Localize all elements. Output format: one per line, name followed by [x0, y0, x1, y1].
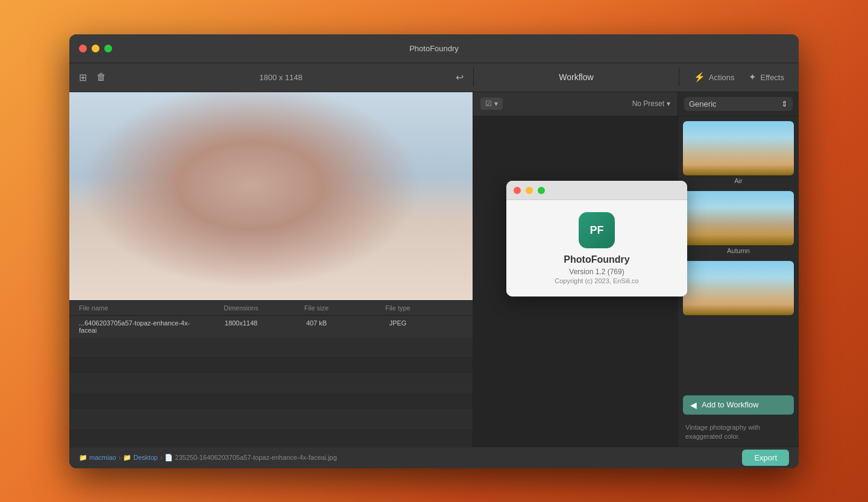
effect-thumbnail-air: [683, 121, 794, 175]
file-table: File name Dimensions File size File type…: [69, 300, 473, 447]
about-fullscreen-button[interactable]: [538, 187, 545, 194]
main-toolbar: ⊞ 🗑 1800 x 1148 ↩ Workflow ⚡ Actions ✦ E…: [69, 63, 799, 92]
fullscreen-button[interactable]: [104, 45, 112, 52]
toolbar-left: ⊞ 🗑 1800 x 1148 ↩: [69, 72, 473, 83]
add-workflow-label: Add to Workflow: [702, 400, 758, 409]
empty-row: [69, 338, 473, 356]
about-close-button[interactable]: [514, 187, 521, 194]
effects-category-dropdown[interactable]: Generic ⇕: [678, 92, 799, 116]
empty-row: [69, 392, 473, 410]
col-header-dimensions: Dimensions: [202, 304, 280, 312]
empty-rows: [69, 338, 473, 447]
effects-category-label: Generic: [689, 99, 717, 108]
dropdown-chevron-icon: ⇕: [781, 99, 788, 108]
close-button[interactable]: [79, 45, 87, 52]
preset-selector[interactable]: No Preset ▾: [632, 99, 670, 108]
about-icon-initials: PF: [590, 224, 603, 237]
about-minimize-button[interactable]: [526, 187, 533, 194]
sparkle-icon: ✦: [749, 72, 756, 83]
about-app-icon: PF: [579, 212, 615, 248]
back-icon[interactable]: ↩: [456, 72, 464, 83]
actions-tab[interactable]: ⚡ Actions: [694, 72, 735, 83]
table-row[interactable]: ...6406203705a57-topaz-enhance-4x-faceai…: [69, 316, 473, 338]
chevron-down-icon: ▾: [494, 99, 498, 108]
app-window: PhotoFoundry ⊞ 🗑 1800 x 1148 ↩ Workflow …: [69, 34, 799, 468]
effect-thumbnail-autumn: [683, 191, 794, 245]
file-name: ...6406203705a57-topaz-enhance-4x-faceai: [69, 319, 202, 334]
title-bar: PhotoFoundry: [69, 34, 799, 63]
toolbar-actions: ⚡ Actions ✦ Effects: [679, 72, 799, 83]
export-button[interactable]: Export: [742, 450, 789, 466]
delete-icon[interactable]: 🗑: [96, 72, 106, 83]
col-header-type: File type: [353, 304, 443, 312]
copy-icon[interactable]: ⊞: [79, 72, 87, 83]
window-title: PhotoFoundry: [409, 44, 459, 53]
breadcrumb-folder1: 📁 macmiao: [79, 454, 116, 462]
effects-label: Effects: [760, 73, 784, 82]
col-header-size: File size: [280, 304, 353, 312]
image-dimensions: 1800 x 1148: [116, 73, 446, 82]
file-size: 407 kB: [280, 319, 353, 334]
preset-label: No Preset: [632, 99, 664, 108]
folder-icon: 📁: [79, 454, 87, 462]
effects-tab[interactable]: ✦ Effects: [749, 72, 784, 83]
about-popup: PF PhotoFoundry Version 1.2 (769) Copyri…: [506, 181, 687, 296]
main-content: File name Dimensions File size File type…: [69, 92, 799, 447]
effects-dropdown-inner[interactable]: Generic ⇕: [684, 97, 793, 111]
lightning-icon: ⚡: [694, 72, 705, 83]
effect-label-third: [683, 315, 794, 319]
breadcrumb-sep-1: ›: [119, 454, 121, 461]
file-type: JPEG: [353, 319, 443, 334]
breadcrumb-sep-2: ›: [160, 454, 163, 461]
effect-item-air[interactable]: Air: [683, 121, 794, 186]
add-to-workflow-button[interactable]: ◀ Add to Workflow: [683, 395, 794, 415]
effects-list: Air Autumn: [678, 116, 799, 391]
add-arrow-icon: ◀: [690, 400, 697, 410]
traffic-lights: [69, 45, 112, 52]
col-header-name: File name: [69, 304, 202, 312]
actions-label: Actions: [709, 73, 735, 82]
right-panel: Generic ⇕ Air Autumn ◀: [678, 92, 799, 447]
effect-item-third[interactable]: [683, 261, 794, 319]
empty-row: [69, 374, 473, 392]
workflow-section: Workflow: [474, 72, 679, 82]
about-app-name: PhotoFoundry: [564, 254, 629, 265]
left-panel: File name Dimensions File size File type…: [69, 92, 473, 447]
photo-subject: [69, 92, 473, 300]
breadcrumb-file-label: 235250-16406203705a57-topaz-enhance-4x-f…: [175, 454, 337, 461]
about-copyright: Copyright (c) 2023, EnSili.co: [555, 277, 638, 284]
preset-chevron-icon: ▾: [667, 99, 670, 108]
file-dimensions: 1800x1148: [202, 319, 280, 334]
workflow-label: Workflow: [559, 72, 593, 82]
file-table-header: File name Dimensions File size File type: [69, 301, 473, 316]
breadcrumb: 📁 macmiao › 📁 Desktop › 📄 235250-1640620…: [79, 454, 337, 462]
breadcrumb-folder1-label: macmiao: [89, 454, 116, 461]
breadcrumb-folder2: 📁 Desktop: [123, 454, 157, 462]
empty-row: [69, 410, 473, 428]
file-icon: 📄: [165, 454, 173, 462]
minimize-button[interactable]: [92, 45, 99, 52]
breadcrumb-folder2-label: Desktop: [133, 454, 157, 461]
breadcrumb-file: 📄 235250-16406203705a57-topaz-enhance-4x…: [165, 454, 337, 462]
photo-canvas: [69, 92, 473, 300]
effect-item-autumn[interactable]: Autumn: [683, 191, 794, 256]
checkbox-icon: ☑: [485, 99, 492, 108]
workflow-select-button[interactable]: ☑ ▾: [480, 98, 503, 110]
empty-row: [69, 356, 473, 374]
about-version: Version 1.2 (769): [569, 268, 624, 276]
effect-description: Vintage photography with exaggerated col…: [678, 419, 799, 447]
effect-thumbnail-third: [683, 261, 794, 315]
about-content: PF PhotoFoundry Version 1.2 (769) Copyri…: [506, 200, 687, 296]
folder2-icon: 📁: [123, 454, 131, 462]
effect-label-autumn: Autumn: [683, 245, 794, 256]
image-preview: [69, 92, 473, 300]
empty-row: [69, 428, 473, 447]
workflow-toolbar: ☑ ▾ No Preset ▾: [473, 92, 678, 116]
effect-label-air: Air: [683, 175, 794, 186]
about-title-bar: [506, 181, 687, 200]
bottom-bar: 📁 macmiao › 📁 Desktop › 📄 235250-1640620…: [69, 447, 799, 468]
